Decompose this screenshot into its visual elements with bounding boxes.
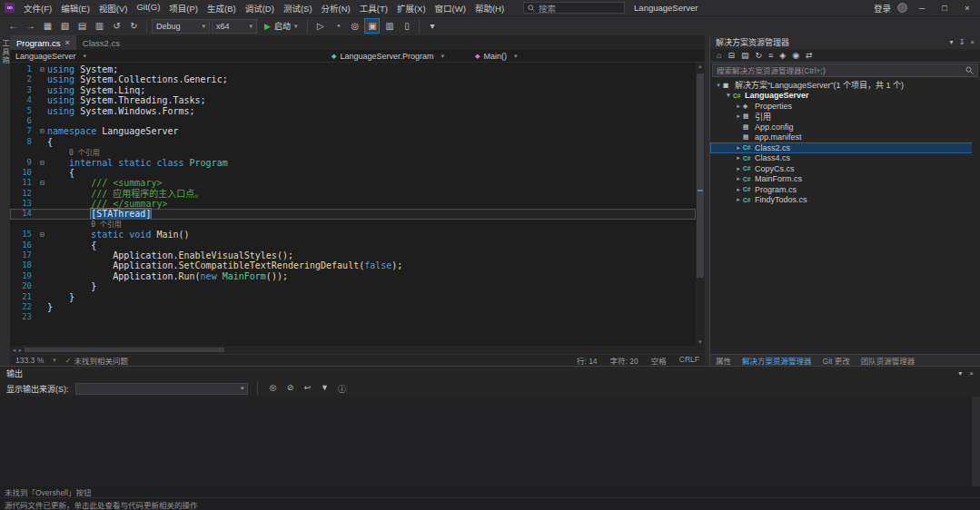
code-line[interactable]: 3using System.Linq; xyxy=(10,85,696,95)
tree-item[interactable]: ▸C#Class4.cs xyxy=(710,153,980,164)
fold-marker[interactable]: ⊟ xyxy=(37,178,47,188)
code-line[interactable]: 6 xyxy=(10,116,696,126)
codelens-row[interactable]: 0 个引用 xyxy=(10,147,696,157)
code-line[interactable]: 19 Application.Run(new MainForm()); xyxy=(10,271,696,281)
tree-item[interactable]: ▸C#FindyTodos.cs xyxy=(710,195,980,206)
line-number[interactable]: 21 xyxy=(10,292,37,302)
maximize-button[interactable]: □ xyxy=(936,4,953,13)
preview-changes-icon[interactable]: ▣ xyxy=(364,18,380,34)
clear-all-icon[interactable]: ⊘ xyxy=(284,383,297,395)
fold-marker[interactable]: ⊟ xyxy=(37,230,47,240)
toolbar-overflow-button[interactable]: ▾ xyxy=(424,18,440,34)
save-all-icon[interactable]: ▥ xyxy=(92,18,107,34)
code-line[interactable]: 22} xyxy=(10,302,696,312)
line-number[interactable]: 8 xyxy=(10,137,37,147)
avatar[interactable] xyxy=(897,3,907,13)
sign-in-button[interactable]: 登录 xyxy=(874,2,891,15)
menu-item-git-g[interactable]: Git(G) xyxy=(132,1,164,15)
start-without-debugging-icon[interactable]: ▷ xyxy=(312,18,328,34)
fold-marker[interactable]: ⊟ xyxy=(37,158,47,168)
zoom-dropdown[interactable]: 133.3 % xyxy=(15,356,44,365)
tree-expander[interactable]: ▸ xyxy=(734,103,743,110)
line-ending-indicator[interactable]: CRLF xyxy=(679,355,699,366)
back-icon[interactable]: ← xyxy=(5,18,21,34)
tree-item[interactable]: ▸◈Properties xyxy=(710,101,980,112)
open-file-icon[interactable]: ▧ xyxy=(57,18,73,34)
scrollbar-thumb[interactable] xyxy=(697,74,704,278)
line-number[interactable]: 13 xyxy=(10,199,37,209)
collapse-all-icon[interactable]: ⊟ xyxy=(728,51,735,60)
line-number[interactable]: 6 xyxy=(10,116,37,126)
tree-expander[interactable]: ▸ xyxy=(734,196,743,203)
notification-bar[interactable]: 未找到「Overshell」按钮 xyxy=(0,486,980,497)
scroll-up-icon[interactable]: ▲ xyxy=(696,64,705,69)
code-line[interactable]: 4using System.Threading.Tasks; xyxy=(10,95,696,105)
wrap-icon[interactable]: ↩ xyxy=(302,383,314,395)
code-line[interactable]: 23 xyxy=(10,312,696,322)
nest-files-icon[interactable]: ≡ xyxy=(768,51,773,60)
find-icon[interactable]: ◎ xyxy=(267,383,280,395)
code-line[interactable]: 16 { xyxy=(10,240,696,250)
close-icon[interactable]: × xyxy=(970,38,975,46)
home-icon[interactable]: ⌂ xyxy=(717,51,721,60)
scroll-lock-icon[interactable]: ▼ xyxy=(319,383,332,395)
code-line[interactable]: 18 Application.SetCompatibleTextRenderin… xyxy=(10,260,696,270)
solution-search-input[interactable] xyxy=(713,66,962,75)
minimize-button[interactable]: ─ xyxy=(914,4,930,13)
line-number[interactable]: 20 xyxy=(10,281,37,291)
tree-expander[interactable]: ▸ xyxy=(734,154,743,162)
pin-icon[interactable]: ↧ xyxy=(959,38,965,46)
tree-item[interactable]: ▸▤引用 xyxy=(710,112,980,123)
close-icon[interactable]: × xyxy=(65,38,70,47)
menu-item-生成-b[interactable]: 生成(B) xyxy=(203,1,241,15)
editor-tab-class2-cs[interactable]: Class2.cs xyxy=(76,35,126,50)
tree-item[interactable]: ▸C#CopyCs.cs xyxy=(710,163,980,174)
output-source-dropdown[interactable]: ▾ xyxy=(75,383,248,395)
line-number[interactable]: 15 xyxy=(10,230,37,240)
scroll-right-icon[interactable]: ▸ xyxy=(19,347,23,354)
line-indicator[interactable]: 行: 14 xyxy=(577,355,598,366)
status-message[interactable]: 源代码文件已更新，单击此处查看与代码更新相关的操作 xyxy=(5,499,198,510)
code-health-indicator[interactable]: ✓ 未找到相关问题 xyxy=(65,355,128,366)
toolbox-vertical-tab[interactable]: 工具箱 xyxy=(0,39,11,65)
code-line[interactable]: 2using System.Collections.Generic; xyxy=(10,74,696,84)
tree-scrollbar[interactable] xyxy=(972,78,980,354)
output-content[interactable] xyxy=(0,397,980,486)
scrollbar-thumb[interactable] xyxy=(25,348,224,352)
tree-item[interactable]: ▾C#LanguageServer xyxy=(710,91,980,102)
line-number[interactable]: 12 xyxy=(10,189,37,199)
code-surface[interactable]: 1⊟using System;2using System.Collections… xyxy=(10,63,696,346)
vertical-scrollbar[interactable]: ▲ ▼ xyxy=(696,63,705,346)
indentation-indicator[interactable]: 空格 xyxy=(651,355,667,366)
code-line[interactable]: 10 { xyxy=(10,168,696,178)
column-indicator[interactable]: 字符: 20 xyxy=(610,355,638,366)
line-number[interactable]: 10 xyxy=(10,168,37,178)
solution-configuration-dropdown[interactable]: Debug▾ xyxy=(152,19,210,34)
new-project-icon[interactable]: ▦ xyxy=(40,18,55,34)
tree-expander[interactable]: ▸ xyxy=(734,165,743,172)
member-dropdown[interactable]: ◆ Main() ▾ xyxy=(475,52,517,61)
menu-item-工具-t[interactable]: 工具(T) xyxy=(355,1,392,15)
line-number[interactable]: 22 xyxy=(10,302,37,312)
fold-marker[interactable]: ⊟ xyxy=(37,126,47,136)
tree-item[interactable]: ▾▣解决方案“LanguageServer”(1 个项目，共 1 个) xyxy=(710,80,980,91)
menu-item-文件-f[interactable]: 文件(F) xyxy=(19,1,56,15)
profiler-icon[interactable]: ◔ xyxy=(330,18,345,34)
tree-expander[interactable]: ▸ xyxy=(734,186,743,193)
preview-icon[interactable]: ◉ xyxy=(792,51,799,60)
scroll-down-icon[interactable]: ▼ xyxy=(696,339,705,345)
code-line[interactable]: 13 /// </summary> xyxy=(10,199,696,209)
line-number[interactable]: 3 xyxy=(10,85,37,95)
code-line[interactable]: 21 } xyxy=(10,292,696,302)
panel-tab-属性[interactable]: 属性 xyxy=(710,355,737,366)
line-number[interactable]: 9 xyxy=(10,158,37,168)
code-line[interactable]: 12 /// 应用程序的主入口点。 xyxy=(10,189,696,199)
line-number[interactable]: 14 xyxy=(10,209,37,219)
line-number[interactable]: 17 xyxy=(10,250,37,260)
line-number[interactable]: 1 xyxy=(10,64,37,74)
panel-tab-团队资源管理器[interactable]: 团队资源管理器 xyxy=(856,355,921,366)
undo-icon[interactable]: ↺ xyxy=(109,18,124,34)
refresh-icon[interactable]: ↻ xyxy=(756,51,763,60)
forward-icon[interactable]: → xyxy=(23,18,38,34)
menu-item-视图-v[interactable]: 视图(V) xyxy=(94,1,133,15)
